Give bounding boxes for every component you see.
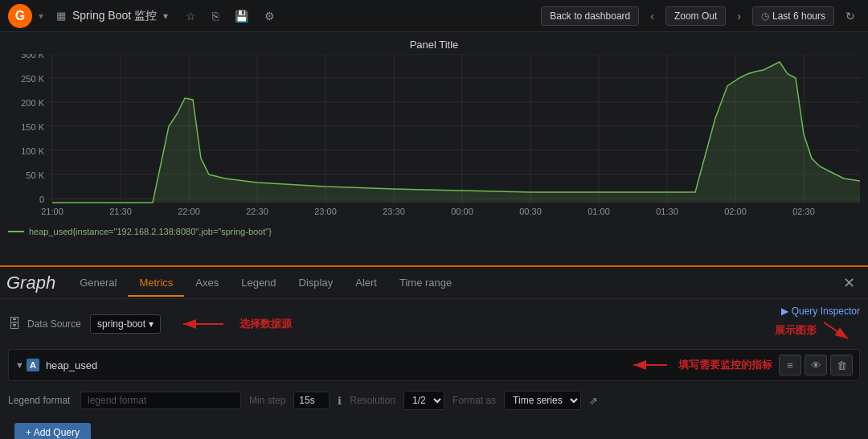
save-button[interactable]: 💾 (230, 6, 253, 26)
star-button[interactable]: ☆ (181, 6, 201, 26)
clock-icon: ◷ (761, 10, 769, 22)
zoom-out-button[interactable]: Zoom Out (665, 6, 726, 26)
chart-svg: 300 K 250 K 200 K 150 K 100 K 50 K 0 21:… (8, 54, 860, 223)
query-row: ▼ A 填写需要监控的指标 ≡ 👁 🗑 (8, 349, 860, 381)
svg-text:300 K: 300 K (21, 54, 44, 59)
close-editor-button[interactable]: ✕ (837, 271, 862, 295)
link-icon[interactable]: ⇗ (589, 395, 598, 407)
datasource-select[interactable]: spring-boot ▾ (90, 314, 161, 334)
query-inspector-button[interactable]: ▶ Query Inspector 展示图形 (775, 306, 860, 343)
info-icon: ℹ (338, 395, 342, 407)
tabs-row: Graph General Metrics Axes Legend Displa… (0, 267, 868, 299)
svg-text:250 K: 250 K (21, 74, 44, 84)
prev-time-button[interactable]: ‹ (645, 6, 659, 26)
datasource-row: 🗄 Data Source spring-boot ▾ 选择数据源 (8, 306, 860, 343)
chart-container: 300 K 250 K 200 K 150 K 100 K 50 K 0 21:… (8, 54, 860, 239)
svg-text:02:30: 02:30 (792, 207, 815, 216)
svg-text:23:00: 23:00 (314, 207, 337, 216)
tab-axes[interactable]: Axes (184, 270, 230, 297)
time-range-button[interactable]: ◷ Last 6 hours (752, 6, 834, 26)
svg-text:00:30: 00:30 (519, 207, 542, 216)
annotation-datasource-text: 选择数据源 (240, 317, 292, 331)
svg-text:23:30: 23:30 (383, 207, 405, 216)
chart-title: Panel Title (8, 39, 860, 51)
legend-text: heap_used{instance="192.168.2.138:8080",… (29, 227, 272, 236)
query-input[interactable] (46, 359, 620, 371)
graph-label: Graph (6, 273, 55, 293)
query-format-button[interactable]: ≡ (779, 355, 801, 375)
topbar: G ▾ ▦ Spring Boot 监控 ▾ ☆ ⎘ 💾 ⚙ Back to d… (0, 0, 868, 32)
metrics-content: 🗄 Data Source spring-boot ▾ 选择数据源 (0, 299, 868, 439)
back-to-dashboard-button[interactable]: Back to dashboard (541, 6, 639, 26)
legend-color-line (8, 231, 24, 232)
tab-metrics[interactable]: Metrics (128, 270, 184, 297)
database-icon: 🗄 (8, 317, 21, 331)
format-as-label: Format as (452, 395, 496, 406)
topbar-right: Back to dashboard ‹ Zoom Out › ◷ Last 6 … (541, 6, 860, 26)
svg-text:0: 0 (39, 195, 44, 204)
svg-text:01:00: 01:00 (588, 207, 610, 216)
tab-legend[interactable]: Legend (230, 270, 287, 297)
query-inspector-label: Query Inspector (792, 306, 860, 317)
tab-alert[interactable]: Alert (344, 270, 388, 297)
arrow-graph (820, 318, 860, 343)
refresh-button[interactable]: ↻ (841, 6, 860, 26)
chart-legend: heap_used{instance="192.168.2.138:8080",… (8, 227, 860, 236)
query-delete-button[interactable]: 🗑 (830, 355, 853, 375)
settings-button[interactable]: ⚙ (260, 6, 280, 26)
legend-format-input[interactable] (80, 392, 241, 409)
format-as-select[interactable]: Time series Table (504, 391, 581, 410)
annotation-query-text: 填写需要监控的指标 (678, 358, 772, 372)
svg-text:02:00: 02:00 (724, 207, 747, 216)
editor-panel: Graph General Metrics Axes Legend Displa… (0, 265, 868, 439)
datasource-value: spring-boot (97, 318, 145, 330)
share-button[interactable]: ⎘ (207, 6, 223, 26)
query-visibility-button[interactable]: 👁 (805, 355, 827, 375)
resolution-label: Resolution (350, 395, 395, 406)
legend-format-row: Legend format Min step ℹ Resolution 1/2 … (8, 388, 860, 413)
min-step-label: Min step (249, 395, 285, 406)
query-actions: ≡ 👁 🗑 (779, 355, 853, 375)
next-time-button[interactable]: › (732, 6, 746, 26)
svg-text:150 K: 150 K (21, 122, 44, 132)
svg-text:22:30: 22:30 (246, 207, 268, 216)
svg-text:21:30: 21:30 (109, 207, 132, 216)
chart-area: Panel Title 300 K 250 K 200 K 150 K 100 … (0, 32, 868, 265)
svg-marker-38 (52, 62, 860, 203)
topbar-dropdown-arrow[interactable]: ▾ (39, 10, 43, 22)
min-step-input[interactable] (293, 392, 330, 409)
add-query-row: + Add Query (8, 420, 860, 439)
svg-text:50 K: 50 K (26, 170, 44, 180)
query-letter: A (27, 359, 39, 371)
dashboard-dropdown-icon: ▾ (163, 10, 168, 22)
tab-time-range[interactable]: Time range (388, 270, 463, 297)
tab-general[interactable]: General (68, 270, 128, 297)
datasource-label: Data Source (27, 318, 84, 330)
arrow-query (627, 355, 675, 375)
tab-display[interactable]: Display (288, 270, 345, 297)
query-inspector-icon: ▶ (781, 306, 788, 317)
svg-text:200 K: 200 K (21, 98, 44, 108)
dashboard-title: Spring Boot 监控 (72, 9, 157, 23)
collapse-icon: ▼ (15, 360, 24, 370)
svg-line-42 (824, 322, 848, 338)
dashboard-title-btn[interactable]: ▦ Spring Boot 监控 ▾ (50, 6, 174, 27)
svg-text:100 K: 100 K (21, 146, 44, 156)
dashboard-grid-icon: ▦ (56, 10, 66, 22)
query-collapse-button[interactable]: ▼ A (15, 359, 39, 371)
svg-text:00:00: 00:00 (451, 207, 473, 216)
arrow-datasource (175, 308, 240, 340)
svg-text:22:00: 22:00 (178, 207, 200, 216)
grafana-logo[interactable]: G (8, 4, 32, 28)
resolution-select[interactable]: 1/2 1/3 1/1 (403, 391, 444, 410)
legend-format-label: Legend format (8, 395, 72, 406)
add-query-button[interactable]: + Add Query (14, 423, 91, 439)
datasource-dropdown-icon: ▾ (149, 318, 154, 330)
svg-text:21:00: 21:00 (41, 207, 63, 216)
svg-text:01:30: 01:30 (656, 207, 678, 216)
annotation-graph-text: 展示图形 (775, 323, 817, 338)
